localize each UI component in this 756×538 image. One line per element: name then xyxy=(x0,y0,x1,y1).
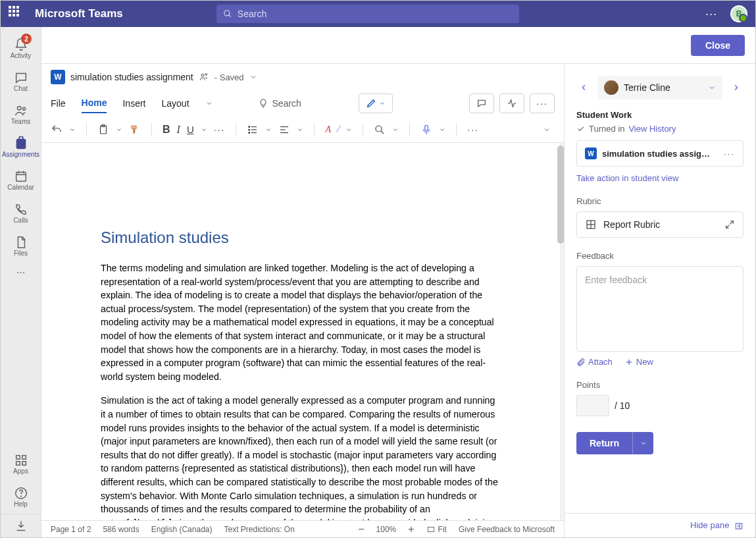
global-search[interactable] xyxy=(216,5,519,23)
chevron-down-icon[interactable] xyxy=(392,126,399,133)
zoom-out-button[interactable]: − xyxy=(358,524,364,535)
close-button[interactable]: Close xyxy=(691,35,745,56)
chevron-down-icon[interactable] xyxy=(205,99,213,107)
ribbon-commands: B I U ··· A⁄ xyxy=(41,117,564,143)
document-scroll[interactable]: Simulation studies The terms modeling an… xyxy=(41,143,564,520)
check-icon xyxy=(576,124,585,133)
fit-button[interactable]: Fit xyxy=(426,525,447,534)
italic-button[interactable]: I xyxy=(177,124,180,136)
document-name[interactable]: simulation studies assignment xyxy=(70,72,193,82)
more-options-button[interactable]: ··· xyxy=(530,94,555,113)
paste-button[interactable] xyxy=(97,124,109,136)
chevron-down-icon[interactable] xyxy=(439,126,445,133)
attachment-more-button[interactable]: ··· xyxy=(724,149,735,159)
chevron-down-icon[interactable] xyxy=(265,126,272,133)
chevron-down-icon[interactable] xyxy=(297,126,303,133)
grading-pane: Terrie Cline Student Work Turned in View… xyxy=(565,64,755,513)
status-bar: Page 1 of 2 586 words English (Canada) T… xyxy=(41,520,564,537)
svg-point-13 xyxy=(20,496,21,497)
backpack-icon xyxy=(14,136,28,151)
hide-pane-button[interactable]: Hide pane xyxy=(565,513,755,537)
catch-up-button[interactable] xyxy=(499,94,524,113)
zoom-in-button[interactable]: + xyxy=(408,524,414,535)
take-action-link[interactable]: Take action in student view xyxy=(576,173,743,183)
global-search-input[interactable] xyxy=(238,9,513,19)
app-launcher-icon[interactable] xyxy=(9,6,24,22)
attachment-card[interactable]: W simulation studies assig… ··· xyxy=(576,140,743,167)
new-button[interactable]: New xyxy=(624,357,653,367)
microphone-icon xyxy=(420,124,432,136)
rail-download[interactable] xyxy=(1,514,41,537)
svg-point-3 xyxy=(22,107,25,110)
rail-teams[interactable]: Teams xyxy=(1,98,41,130)
dictate-button[interactable] xyxy=(420,124,432,136)
chevron-down-icon[interactable] xyxy=(345,126,352,133)
rubric-name: Report Rubric xyxy=(603,219,718,230)
bold-button[interactable]: B xyxy=(163,124,170,136)
student-selector[interactable]: Terrie Cline xyxy=(597,76,722,99)
tell-me-search[interactable]: Search xyxy=(258,98,301,109)
rubric-card[interactable]: Report Rubric xyxy=(576,211,743,238)
settings-more-icon[interactable]: ··· xyxy=(700,7,722,21)
give-feedback-link[interactable]: Give Feedback to Microsoft xyxy=(459,525,555,534)
status-predictions[interactable]: Text Predictions: On xyxy=(224,525,294,534)
rail-files[interactable]: Files xyxy=(1,230,41,261)
doc-paragraph: The terms modeling and simulation are li… xyxy=(101,261,501,383)
app-name: Microsoft Teams xyxy=(35,7,123,20)
vertical-scrollbar[interactable] xyxy=(557,146,564,244)
undo-button[interactable] xyxy=(51,124,63,136)
tab-insert[interactable]: Insert xyxy=(122,94,145,113)
status-language[interactable]: English (Canada) xyxy=(151,525,213,534)
next-student-button[interactable] xyxy=(729,80,743,95)
align-button[interactable] xyxy=(278,124,290,136)
feedback-input[interactable] xyxy=(576,266,743,352)
chevron-down-icon[interactable] xyxy=(116,126,122,133)
collapse-ribbon-button[interactable] xyxy=(543,126,555,134)
return-button[interactable]: Return xyxy=(576,432,632,454)
collapse-pane-icon xyxy=(734,522,743,531)
svg-point-15 xyxy=(205,74,207,76)
more-font-button[interactable]: ··· xyxy=(214,124,226,135)
chevron-down-icon[interactable] xyxy=(69,126,76,133)
rail-help[interactable]: Help xyxy=(1,481,41,512)
editing-mode-button[interactable] xyxy=(359,94,393,113)
chevron-down-icon[interactable] xyxy=(249,73,257,81)
rail-calendar[interactable]: Calendar xyxy=(1,164,41,196)
more-commands-button[interactable]: ··· xyxy=(467,124,479,135)
chevron-down-icon xyxy=(708,84,716,92)
points-input[interactable] xyxy=(576,395,609,416)
file-icon xyxy=(14,235,28,250)
bullets-button[interactable] xyxy=(247,124,259,136)
styles-button[interactable]: A xyxy=(325,124,331,135)
underline-button[interactable]: U xyxy=(187,124,194,135)
prev-student-button[interactable] xyxy=(576,80,591,95)
feedback-section-label: Feedback xyxy=(576,251,743,261)
find-button[interactable] xyxy=(374,124,386,136)
comment-icon xyxy=(476,98,487,109)
word-icon: W xyxy=(585,148,597,159)
tab-home[interactable]: Home xyxy=(82,94,107,113)
svg-rect-9 xyxy=(22,455,26,459)
points-max: / 10 xyxy=(615,400,630,411)
format-painter-button[interactable] xyxy=(129,124,141,136)
svg-point-14 xyxy=(201,74,204,76)
attach-button[interactable]: Attach xyxy=(576,357,613,367)
rail-apps[interactable]: Apps xyxy=(1,448,41,479)
rail-calls[interactable]: Calls xyxy=(1,197,41,229)
chevron-down-icon[interactable] xyxy=(201,126,207,133)
user-avatar[interactable]: B xyxy=(730,5,747,22)
tab-layout[interactable]: Layout xyxy=(161,94,189,113)
rail-chat[interactable]: Chat xyxy=(1,65,41,97)
svg-rect-30 xyxy=(428,527,434,531)
status-page[interactable]: Page 1 of 2 xyxy=(51,525,91,534)
comments-button[interactable] xyxy=(469,94,494,113)
rail-activity[interactable]: 2 Activity xyxy=(1,32,41,64)
document-page[interactable]: Simulation studies The terms modeling an… xyxy=(41,143,560,520)
chevron-right-icon xyxy=(732,83,741,92)
status-wordcount[interactable]: 586 words xyxy=(103,525,139,534)
tab-file[interactable]: File xyxy=(51,94,66,113)
rail-more[interactable]: ··· xyxy=(1,263,41,282)
return-dropdown-button[interactable] xyxy=(632,432,653,454)
view-history-link[interactable]: View History xyxy=(628,124,676,134)
rail-assignments[interactable]: Assignments xyxy=(1,131,41,163)
